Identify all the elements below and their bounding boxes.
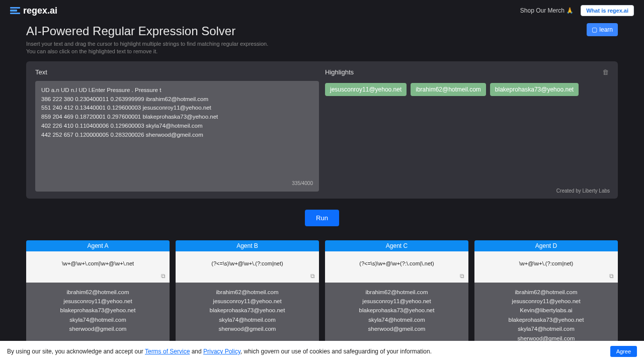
highlight-chip[interactable]: jesusconroy11@yehoo.net (325, 83, 407, 96)
agent-matches: ibrahim62@hotmeil.comjesusconroy11@yehoo… (176, 283, 319, 342)
page-title: AI-Powered Regular Expression Solver (26, 24, 268, 38)
match-item: ibrahim62@hotmeil.com (180, 288, 315, 297)
text-content: UD a.n UD n.l UD l.Enter Pressure . Pres… (41, 86, 313, 140)
match-item: blakeprohaska73@yehoo.net (180, 306, 315, 315)
match-item: blakeprohaska73@yehoo.net (30, 306, 166, 315)
match-item: skyla74@hotmeil.com (478, 324, 614, 333)
agent-matches: ibrahim62@hotmeil.comjesusconroy11@yehoo… (26, 283, 170, 342)
main-panel: Text UD a.n UD n.l UD l.Enter Pressure .… (26, 61, 618, 199)
match-item: ibrahim62@hotmeil.com (329, 288, 464, 297)
highlight-chips: jesusconroy11@yehoo.netibrahim62@hotmeil… (325, 83, 609, 96)
match-item: ibrahim62@hotmeil.com (478, 288, 614, 297)
agent-regex: \w+@\w+\.(?:com|net)⧉ (474, 251, 618, 283)
copy-icon[interactable]: ⧉ (609, 273, 614, 280)
agent-regex: (?<=\s)\w+@\w+\.(?:com|net)⧉ (176, 251, 319, 283)
logo[interactable]: regex.ai (10, 6, 57, 16)
match-item: jesusconroy11@yehoo.net (329, 297, 464, 306)
match-item: skyla74@hotmeil.com (329, 315, 464, 324)
header-right: Shop Our Merch 🙏 What is regex.ai (520, 5, 634, 16)
agent-name: Agent D (474, 240, 618, 251)
trash-icon[interactable]: 🗑 (602, 68, 609, 76)
terms-link[interactable]: Terms of Service (145, 348, 190, 355)
book-icon: ▢ (592, 26, 597, 33)
highlight-chip[interactable]: blakeprohaska73@yehoo.net (490, 83, 579, 96)
credit-text: Created by Liberty Labs (556, 188, 610, 194)
agent-regex: (?<=\s)\w+@\w+(?:\.com|\.net)⧉ (325, 251, 468, 283)
text-input[interactable]: UD a.n UD n.l UD l.Enter Pressure . Pres… (35, 81, 319, 192)
cookie-text: By using our site, you acknowledge and a… (7, 348, 432, 355)
title-row: AI-Powered Regular Expression Solver Ins… (26, 21, 618, 55)
agent-matches: ibrahim62@hotmeil.comjesusconroy11@yehoo… (325, 283, 468, 342)
text-label: Text (35, 68, 319, 76)
page-subtitle: Insert your text and drag the cursor to … (26, 40, 268, 55)
match-item: jesusconroy11@yehoo.net (30, 297, 166, 306)
privacy-link[interactable]: Privacy Policy (203, 348, 240, 355)
shop-merch-link[interactable]: Shop Our Merch 🙏 (520, 7, 574, 14)
agent-regex: \w+@\w+\.com|\w+@\w+\.net⧉ (26, 251, 170, 283)
agent-card: Agent A\w+@\w+\.com|\w+@\w+\.net⧉ibrahim… (26, 240, 170, 351)
match-item: jesusconroy11@yehoo.net (180, 297, 315, 306)
copy-icon[interactable]: ⧉ (161, 273, 166, 280)
cookie-banner: By using our site, you acknowledge and a… (0, 341, 644, 362)
agent-name: Agent B (176, 240, 319, 251)
text-side: Text UD a.n UD n.l UD l.Enter Pressure .… (35, 68, 319, 192)
match-item: blakeprohaska73@yehoo.net (478, 315, 614, 324)
match-item: blakeprohaska73@yehoo.net (329, 306, 464, 315)
agent-card: Agent D\w+@\w+\.(?:com|net)⧉ibrahim62@ho… (474, 240, 618, 351)
agent-card: Agent B(?<=\s)\w+@\w+\.(?:com|net)⧉ibrah… (176, 240, 319, 351)
learn-button[interactable]: ▢ learn (587, 23, 618, 36)
match-item: skyla74@hotmeil.com (180, 315, 315, 324)
highlights-side: Highlights 🗑 jesusconroy11@yehoo.netibra… (325, 68, 609, 192)
match-item: sherwood@gmeil.com (30, 324, 166, 333)
copy-icon[interactable]: ⧉ (310, 273, 315, 280)
logo-text: regex.ai (23, 6, 57, 16)
char-count: 335/4000 (292, 179, 313, 188)
match-item: jesusconroy11@yehoo.net (478, 297, 614, 306)
header: regex.ai Shop Our Merch 🙏 What is regex.… (0, 0, 644, 21)
what-is-button[interactable]: What is regex.ai (581, 5, 634, 16)
agent-card: Agent C(?<=\s)\w+@\w+(?:\.com|\.net)⧉ibr… (325, 240, 468, 351)
match-item: ibrahim62@hotmeil.com (30, 288, 166, 297)
agent-name: Agent C (325, 240, 468, 251)
copy-icon[interactable]: ⧉ (460, 273, 464, 280)
run-button[interactable]: Run (305, 210, 339, 226)
logo-icon (10, 7, 20, 14)
highlight-chip[interactable]: ibrahim62@hotmeil.com (411, 83, 486, 96)
agent-name: Agent A (26, 240, 170, 251)
highlights-label: Highlights (325, 68, 354, 76)
agree-button[interactable]: Agree (610, 346, 637, 357)
match-item: skyla74@hotmeil.com (30, 315, 166, 324)
match-item: sherwood@gmeil.com (329, 324, 464, 333)
match-item: sherwood@gmeil.com (180, 324, 315, 333)
match-item: Kevin@libertylabs.ai (478, 306, 614, 315)
agents-row: Agent A\w+@\w+\.com|\w+@\w+\.net⧉ibrahim… (26, 240, 618, 351)
